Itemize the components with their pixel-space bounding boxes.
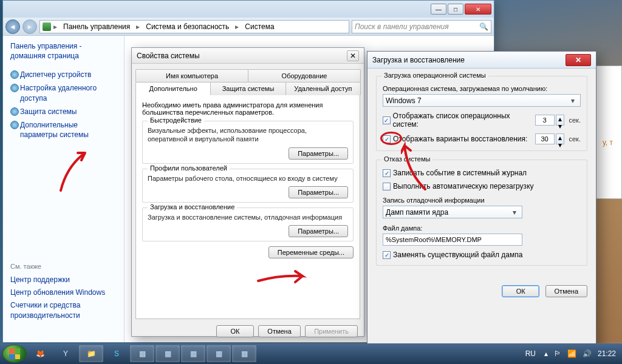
sidebar-link-device-manager[interactable]: Диспетчер устройств <box>10 68 117 81</box>
breadcrumb-seg[interactable]: Панель управления <box>60 21 134 32</box>
sidebar-link-advanced-system[interactable]: Дополнительные параметры системы <box>10 118 117 141</box>
taskbar-firefox-icon[interactable]: 🦊 <box>28 345 52 362</box>
startup-desc: Загрузка и восстановление системы, отлад… <box>148 213 348 221</box>
control-panel-home-link[interactable]: Панель управления - домашняя страница <box>10 42 117 61</box>
minimize-button[interactable]: — <box>431 4 446 15</box>
breadcrumb-seg[interactable]: Система и безопасность <box>142 21 233 32</box>
profiles-desc: Параметры рабочего стола, относящиеся ко… <box>148 174 348 183</box>
tab-advanced[interactable]: Дополнительно <box>135 82 211 95</box>
debug-type-combo[interactable]: Дамп памяти ядра▾ <box>383 206 522 218</box>
breadcrumb[interactable]: ▸ Панель управления ▸ Система и безопасн… <box>39 20 349 33</box>
see-also-label: См. также <box>10 263 117 270</box>
chevron-down-icon: ▾ <box>568 96 578 105</box>
tab-system-protection[interactable]: Защита системы <box>210 82 285 95</box>
tab-computer-name[interactable]: Имя компьютера <box>135 69 248 82</box>
system-tray: RU ▴ 🏳 📶 🔊 21:22 <box>523 348 620 359</box>
cancel-button[interactable]: Отмена <box>258 325 300 337</box>
clock[interactable]: 21:22 <box>598 349 616 358</box>
env-vars-button[interactable]: Переменные среды... <box>268 246 354 258</box>
sidebar-link-system-protection[interactable]: Защита системы <box>10 105 117 118</box>
taskbar-app-icon[interactable]: ▦ <box>181 345 205 362</box>
performance-desc: Визуальные эффекты, использование процес… <box>148 126 348 144</box>
taskbar: 🦊 Y 📁 S ▦ ▦ ▦ ▦ ▦ RU ▴ 🏳 📶 🔊 21:22 <box>0 343 622 364</box>
sidebar-link-remote-settings[interactable]: Настройка удаленного доступа <box>10 81 117 104</box>
nav-forward-button[interactable]: ► <box>22 19 37 34</box>
ok-button[interactable]: ОК <box>216 325 254 337</box>
startup-recovery-dialog: Загрузка и восстановление ✕ Загрузка опе… <box>367 51 596 354</box>
apply-button[interactable]: Применить <box>305 325 358 337</box>
taskbar-app-icon[interactable]: ▦ <box>130 345 154 362</box>
debug-info-label: Запись отладочной информации <box>383 197 581 204</box>
background-text: у, т <box>603 138 613 147</box>
start-button[interactable] <box>2 345 27 363</box>
show-recovery-label: Отображать варианты восстановления: <box>393 135 527 143</box>
startup-settings-button[interactable]: Параметры... <box>289 225 348 237</box>
action-center-icon[interactable]: 🏳 <box>554 349 561 358</box>
overwrite-label: Заменять существующий файл дампа <box>393 251 522 259</box>
language-indicator[interactable]: RU <box>523 348 538 359</box>
taskbar-app-icon[interactable]: ▦ <box>232 345 256 362</box>
dialog-title: Загрузка и восстановление <box>372 56 465 64</box>
performance-group-title: Быстродействие <box>148 116 204 124</box>
profiles-group-title: Профили пользователей <box>148 164 230 172</box>
system-startup-title: Загрузка операционной системы <box>381 72 488 79</box>
network-icon[interactable]: 📶 <box>567 349 576 358</box>
show-os-list-label: Отображать список операционных систем: <box>393 112 533 129</box>
taskbar-skype-icon[interactable]: S <box>104 345 129 362</box>
volume-icon[interactable]: 🔊 <box>583 349 592 358</box>
search-input[interactable]: Поиск в панели управления 🔍 <box>352 20 491 33</box>
recovery-time-input[interactable] <box>535 133 555 144</box>
seconds-label: сек. <box>569 135 581 143</box>
default-os-combo[interactable]: Windows 7▾ <box>383 94 581 107</box>
close-button[interactable]: ✕ <box>465 4 491 15</box>
auto-restart-checkbox[interactable] <box>383 183 391 190</box>
nav-back-button[interactable]: ◄ <box>5 19 20 34</box>
seconds-label: сек. <box>569 116 581 124</box>
tab-hardware[interactable]: Оборудование <box>248 69 361 82</box>
close-button[interactable]: ✕ <box>566 54 591 66</box>
dump-file-label: Файл дампа: <box>383 224 581 232</box>
breadcrumb-seg[interactable]: Система <box>241 21 278 32</box>
close-button[interactable]: ✕ <box>347 50 359 61</box>
system-failure-title: Отказ системы <box>381 155 432 163</box>
show-os-list-checkbox[interactable]: ✓ <box>383 116 391 124</box>
spinner-buttons[interactable]: ▴▾ <box>556 133 564 144</box>
default-os-label: Операционная система, загружаемая по умо… <box>383 85 581 92</box>
link-action-center[interactable]: Центр поддержки <box>10 274 117 286</box>
taskbar-yandex-icon[interactable]: Y <box>53 345 78 362</box>
admin-note: Необходимо иметь права администратора дл… <box>142 101 354 116</box>
overwrite-checkbox[interactable]: ✓ <box>383 251 391 259</box>
sidebar: Панель управления - домашняя страница Ди… <box>3 36 125 342</box>
dump-file-input[interactable] <box>383 234 522 246</box>
link-windows-update[interactable]: Центр обновления Windows <box>10 286 117 299</box>
spinner-buttons[interactable]: ▴▾ <box>556 115 564 126</box>
taskbar-app-icon[interactable]: ▦ <box>207 345 231 362</box>
log-event-checkbox[interactable]: ✓ <box>383 169 391 177</box>
tray-up-icon[interactable]: ▴ <box>544 349 548 358</box>
system-properties-dialog: Свойства системы ✕ Имя компьютера Оборуд… <box>131 47 364 337</box>
auto-restart-label: Выполнить автоматическую перезагрузку <box>393 182 534 190</box>
link-performance[interactable]: Счетчики и средства производительности <box>10 299 117 322</box>
annotation-circle <box>380 132 402 145</box>
chevron-down-icon: ▾ <box>510 208 519 217</box>
dialog-title: Свойства системы <box>137 52 200 60</box>
taskbar-app-icon[interactable]: ▦ <box>156 345 180 362</box>
ok-button[interactable]: ОК <box>502 285 539 297</box>
taskbar-explorer-icon[interactable]: 📁 <box>79 345 103 362</box>
startup-group-title: Загрузка и восстановление <box>148 203 237 211</box>
os-list-time-input[interactable] <box>535 115 555 126</box>
profiles-settings-button[interactable]: Параметры... <box>289 186 348 198</box>
performance-settings-button[interactable]: Параметры... <box>289 147 348 160</box>
tab-remote[interactable]: Удаленный доступ <box>285 82 361 95</box>
cancel-button[interactable]: Отмена <box>545 285 587 297</box>
log-event-label: Записать событие в системный журнал <box>393 169 527 177</box>
maximize-button[interactable]: □ <box>448 4 463 15</box>
search-icon: 🔍 <box>479 22 488 31</box>
